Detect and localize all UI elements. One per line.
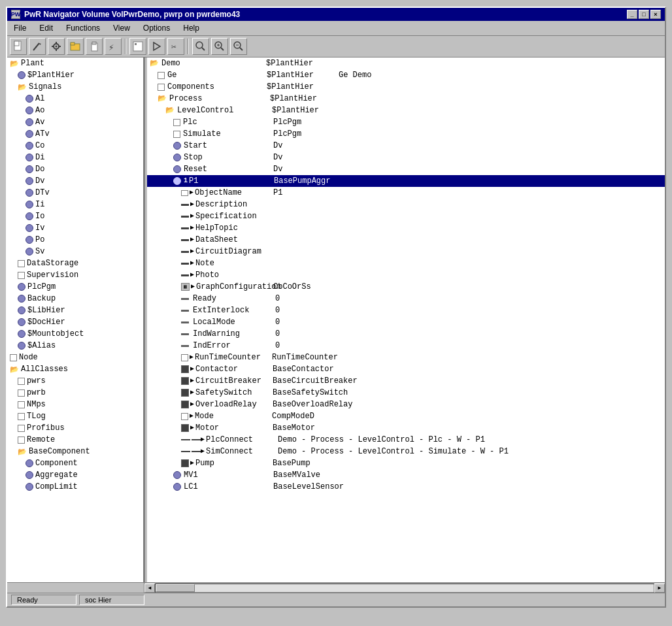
tree-item-dochier[interactable]: $DocHier bbox=[7, 316, 143, 328]
right-hscrollbar[interactable]: ◀ ▶ bbox=[144, 583, 665, 593]
rp-row-runtimecounter[interactable]: ▶ RunTimeCounter RunTimeCounter bbox=[147, 352, 665, 363]
rp-row-note[interactable]: ▶ Note bbox=[147, 257, 665, 269]
tree-item-co[interactable]: Co bbox=[7, 140, 143, 152]
toolbar-btn-refresh[interactable]: ⚡ bbox=[105, 38, 122, 55]
tree-item-atv[interactable]: ATv bbox=[7, 128, 143, 140]
rp-row-localmode[interactable]: LocalMode 0 bbox=[147, 316, 665, 328]
menu-help[interactable]: Help bbox=[179, 22, 203, 34]
rp-row-levelcontrol[interactable]: 📂 LevelControl $PlantHier bbox=[147, 105, 665, 116]
rp-row-specification[interactable]: ▶ Specification bbox=[147, 210, 665, 222]
tree-item-av[interactable]: Av bbox=[7, 116, 143, 128]
rp-row-objectname[interactable]: ▶ ObjectName P1 bbox=[147, 187, 665, 199]
rp-row-simconnect[interactable]: ▶ SimConnect Demo - Process - LevelContr… bbox=[147, 446, 665, 457]
rp-row-demo[interactable]: 📂 Demo $PlantHier bbox=[147, 58, 665, 69]
rp-row-indwarning[interactable]: IndWarning 0 bbox=[147, 328, 665, 340]
tree-item-do[interactable]: Do bbox=[7, 163, 143, 175]
tree-item-di[interactable]: Di bbox=[7, 152, 143, 163]
tree-item-nmps[interactable]: NMps bbox=[7, 399, 143, 410]
tree-item-ii[interactable]: Ii bbox=[7, 199, 143, 210]
tree-item-sv[interactable]: Sv bbox=[7, 246, 143, 257]
rp-row-circuitbreaker[interactable]: ▶ CircuitBreaker BaseCircuitBreaker bbox=[147, 375, 665, 387]
tree-item-iv[interactable]: Iv bbox=[7, 222, 143, 234]
tree-item-supervision[interactable]: Supervision bbox=[7, 269, 143, 281]
tree-item-tlog[interactable]: TLog bbox=[7, 410, 143, 422]
right-panel[interactable]: 📂 Demo $PlantHier Ge $PlantHier Ge Demo … bbox=[147, 58, 665, 582]
rp-row-p1[interactable]: 1 P1 BasePumpAggr bbox=[147, 175, 665, 187]
rp-row-components[interactable]: Components $PlantHier bbox=[147, 81, 665, 93]
rp-row-datasheet[interactable]: ▶ DataSheet bbox=[147, 234, 665, 246]
rp-row-extinterlock[interactable]: ExtInterlock 0 bbox=[147, 305, 665, 316]
tree-item-al[interactable]: Al bbox=[7, 93, 143, 105]
rp-row-ready[interactable]: Ready 0 bbox=[147, 293, 665, 305]
tree-item-po[interactable]: Po bbox=[7, 234, 143, 246]
tree-item-dtv[interactable]: DTv bbox=[7, 187, 143, 199]
rp-row-safetyswitch[interactable]: ▶ SafetySwitch BaseSafetySwitch bbox=[147, 387, 665, 399]
tree-item-dv[interactable]: Dv bbox=[7, 175, 143, 187]
rp-row-mode[interactable]: ▶ Mode CompModeD bbox=[147, 410, 665, 422]
toolbar-btn-new[interactable] bbox=[10, 38, 27, 55]
menu-options[interactable]: Options bbox=[139, 22, 174, 34]
tree-item-complimit[interactable]: CompLimit bbox=[7, 481, 143, 493]
tree-item-planthier[interactable]: $PlantHier bbox=[7, 69, 143, 81]
tree-item-aggregate[interactable]: Aggregate bbox=[7, 469, 143, 481]
hscroll-track[interactable] bbox=[155, 584, 654, 593]
menu-view[interactable]: View bbox=[109, 22, 134, 34]
close-button[interactable]: × bbox=[650, 10, 661, 19]
rp-row-pump[interactable]: ▶ Pump BasePump bbox=[147, 457, 665, 469]
toolbar-btn-open[interactable] bbox=[67, 38, 84, 55]
rp-row-reset[interactable]: Reset Dv bbox=[147, 163, 665, 175]
menu-edit[interactable]: Edit bbox=[35, 22, 57, 34]
minimize-button[interactable]: _ bbox=[627, 10, 637, 19]
tree-item-libhier[interactable]: $LibHier bbox=[7, 305, 143, 316]
tree-item-node[interactable]: Node bbox=[7, 352, 143, 363]
toolbar-btn-properties[interactable] bbox=[129, 38, 146, 55]
tree-item-allclasses[interactable]: 📂 AllClasses bbox=[7, 363, 143, 375]
rp-row-simulate[interactable]: Simulate PlcPgm bbox=[147, 128, 665, 140]
tree-item-pwrs[interactable]: pwrs bbox=[7, 375, 143, 387]
rp-row-contactor[interactable]: ▶ Contactor BaseContactor bbox=[147, 363, 665, 375]
tree-item-alias[interactable]: $Alias bbox=[7, 340, 143, 352]
rp-row-motor[interactable]: ▶ Motor BaseMotor bbox=[147, 422, 665, 434]
maximize-button[interactable]: □ bbox=[639, 10, 649, 19]
toolbar-btn-paste[interactable] bbox=[86, 38, 103, 55]
toolbar-btn-cut[interactable]: ✂ bbox=[167, 38, 184, 55]
tree-item-mountobject[interactable]: $Mountobject bbox=[7, 328, 143, 340]
rp-row-start[interactable]: Start Dv bbox=[147, 140, 665, 152]
toolbar-btn-settings[interactable] bbox=[48, 38, 65, 55]
toolbar-btn-zoom-in[interactable] bbox=[211, 38, 228, 55]
tree-item-backup[interactable]: Backup bbox=[7, 293, 143, 305]
tree-item-ao[interactable]: Ao bbox=[7, 105, 143, 116]
tree-item-plant[interactable]: 📂 Plant bbox=[7, 58, 143, 69]
rp-row-plcconnect[interactable]: ▶ PlcConnect Demo - Process - LevelContr… bbox=[147, 434, 665, 446]
rp-row-ge[interactable]: Ge $PlantHier Ge Demo bbox=[147, 69, 665, 81]
left-panel[interactable]: 📂 Plant $PlantHier 📂 Signals Al Ao bbox=[7, 58, 144, 582]
menu-file[interactable]: File bbox=[10, 22, 30, 34]
rp-row-circuitdiagram[interactable]: ▶ CircuitDiagram bbox=[147, 246, 665, 257]
toolbar-btn-zoom-out[interactable] bbox=[230, 38, 247, 55]
rp-row-description[interactable]: ▶ Description bbox=[147, 199, 665, 210]
tree-item-basecomponent[interactable]: 📂 BaseComponent bbox=[7, 446, 143, 457]
tree-item-io[interactable]: Io bbox=[7, 210, 143, 222]
tree-item-datastorage[interactable]: DataStorage bbox=[7, 257, 143, 269]
hscroll-left-btn[interactable]: ◀ bbox=[144, 584, 155, 593]
rp-row-process[interactable]: 📂 Process $PlantHier bbox=[147, 93, 665, 105]
tree-item-profibus[interactable]: Profibus bbox=[7, 422, 143, 434]
rp-row-photo[interactable]: ▶ Photo bbox=[147, 269, 665, 281]
toolbar-btn-search[interactable] bbox=[192, 38, 209, 55]
tree-item-component[interactable]: Component bbox=[7, 457, 143, 469]
rp-row-helptopic[interactable]: ▶ HelpTopic bbox=[147, 222, 665, 234]
rp-row-mv1[interactable]: MV1 BaseMValve bbox=[147, 469, 665, 481]
rp-row-inderror[interactable]: IndError 0 bbox=[147, 340, 665, 352]
tree-item-plcpgm[interactable]: PlcPgm bbox=[7, 281, 143, 293]
rp-row-stop[interactable]: Stop Dv bbox=[147, 152, 665, 163]
rp-row-plc[interactable]: Plc PlcPgm bbox=[147, 116, 665, 128]
rp-row-lc1[interactable]: LC1 BaseLevelSensor bbox=[147, 481, 665, 493]
tree-item-signals[interactable]: 📂 Signals bbox=[7, 81, 143, 93]
menu-functions[interactable]: Functions bbox=[62, 22, 104, 34]
hscroll-right-btn[interactable]: ▶ bbox=[654, 584, 665, 593]
rp-row-graphconfig[interactable]: ▦ ▶ GraphConfiguration CbCoOrSs bbox=[147, 281, 665, 293]
rp-row-overloadrelay[interactable]: ▶ OverloadRelay BaseOverloadRelay bbox=[147, 399, 665, 410]
hscroll-thumb[interactable] bbox=[156, 584, 195, 592]
toolbar-btn-triangle[interactable] bbox=[148, 38, 165, 55]
tree-item-pwrb[interactable]: pwrb bbox=[7, 387, 143, 399]
